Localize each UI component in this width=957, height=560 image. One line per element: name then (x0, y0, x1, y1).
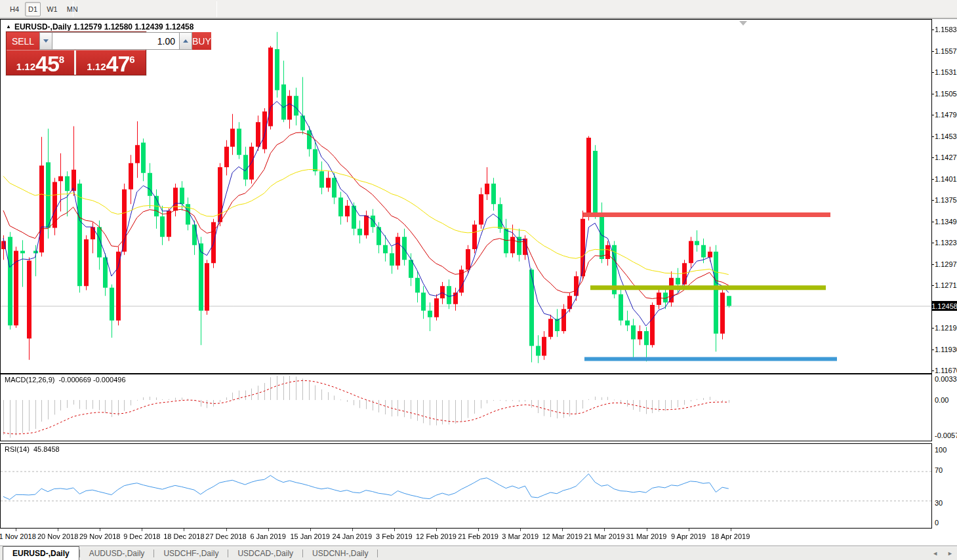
time-axis-label: 3 Feb 2019 (376, 532, 413, 540)
sell-button[interactable]: SELL (7, 32, 39, 50)
price-axis-tick (932, 179, 934, 180)
sell-price-button[interactable]: 1.12 45 8 (7, 50, 76, 75)
price-axis-tick (932, 243, 934, 243)
macd-axis-max: 0.003386 (935, 375, 957, 383)
price-axis-label: 1.13230 (935, 239, 957, 247)
chart-tab-usdchf[interactable]: USDCHF-,Daily (154, 546, 228, 560)
time-axis-tick (352, 529, 353, 531)
time-axis-tick (268, 529, 269, 531)
tab-scroll-left-icon[interactable]: ◄ (932, 550, 938, 557)
rsi-axis-100: 100 (935, 446, 947, 454)
buy-price-big: 47 (106, 55, 130, 73)
price-axis-tick (932, 115, 934, 115)
volume-input[interactable] (52, 32, 179, 50)
toolbar-separator (73, 1, 73, 17)
rsi-axis-0: 0 (935, 519, 939, 527)
rsi-axis-70: 70 (935, 466, 943, 474)
one-click-trade-widget: SELL BUY 1.12 45 8 1.12 47 (6, 31, 146, 75)
rsi-value: 45.8458 (33, 445, 60, 453)
volume-decrease-button[interactable] (39, 32, 52, 50)
price-axis-label: 1.13750 (935, 196, 957, 204)
price-axis-label: 1.15050 (935, 90, 957, 98)
price-axis-label: 1.14530 (935, 132, 957, 140)
time-axis-label: 9 Dec 2018 (123, 532, 160, 540)
collapse-ohlc-icon[interactable]: ▲ (6, 24, 11, 30)
chart-tab-eurusd[interactable]: EURUSD-,Daily (3, 546, 79, 560)
buy-price-prefix: 1.12 (87, 62, 106, 71)
rsi-indicator-panel: RSI(14) 45.8458 (0, 443, 932, 529)
chart-tab-bar: EURUSD-,DailyAUDUSD-,DailyUSDCHF-,DailyU… (0, 546, 957, 560)
time-axis-label: 21 Mar 2019 (584, 532, 625, 540)
chart-tab-usdcad[interactable]: USDCAD-,Daily (228, 546, 302, 560)
macd-axis-zero: 0.00 (935, 396, 948, 404)
time-axis-label: 29 Nov 2018 (79, 532, 120, 540)
price-axis-tick (932, 157, 934, 158)
time-axis-label: 11 Nov 2018 (0, 532, 36, 540)
price-axis-label: 1.11930 (935, 346, 957, 353)
time-axis-tick (184, 529, 184, 531)
time-axis-tick (436, 529, 437, 531)
buy-price-button[interactable]: 1.12 47 6 (76, 50, 146, 75)
time-axis-label: 3 Mar 2019 (502, 532, 539, 540)
time-axis-tick (310, 529, 311, 531)
chart-tab-audusd[interactable]: AUDUSD-,Daily (80, 546, 154, 560)
buy-button[interactable]: BUY (192, 32, 211, 50)
trading-terminal-window: H4D1W1MN ▲ EURUSD-,Daily 1.12579 1.12580… (0, 0, 957, 560)
time-axis-tick (689, 529, 689, 531)
price-axis-tick (932, 136, 934, 137)
timeframe-D1[interactable]: D1 (25, 2, 41, 16)
price-axis-tick (932, 350, 934, 350)
price-axis-label: 1.14010 (935, 175, 957, 183)
time-axis-label: 6 Jan 2019 (250, 532, 285, 540)
rsi-name: RSI(14) (5, 445, 30, 453)
timeframe-H4[interactable]: H4 (7, 2, 22, 16)
macd-values: -0.000669 -0.000496 (58, 376, 125, 384)
tab-scroll-right-icon[interactable]: ► (947, 550, 953, 557)
price-axis-tick (932, 370, 934, 371)
price-axis-tick (932, 72, 934, 73)
price-chart-panel: ▲ EURUSD-,Daily 1.12579 1.12580 1.12439 … (0, 19, 932, 374)
chart-tab-usdcnh[interactable]: USDCNH-,Daily (303, 546, 377, 560)
timeframe-toolbar: H4D1W1MN (0, 0, 957, 19)
time-axis-label: 21 Feb 2019 (458, 532, 499, 540)
rsi-axis-30: 30 (935, 499, 943, 507)
trade-prices-row: 1.12 45 8 1.12 47 6 (7, 50, 146, 75)
price-axis-tick (932, 94, 934, 94)
rsi-label: RSI(14) 45.8458 (5, 445, 60, 453)
price-axis-label: 1.11670 (935, 367, 957, 374)
time-axis-label: 27 Dec 2018 (205, 532, 246, 540)
tab-separator (377, 550, 378, 557)
time-axis-label: 31 Mar 2019 (626, 532, 667, 540)
current-price-badge: 1.12458 (932, 301, 957, 311)
macd-indicator-panel: MACD(12,26,9) -0.000669 -0.000496 (0, 374, 932, 441)
timeframe-button-group: H4D1W1MN (7, 2, 81, 16)
price-axis-label: 1.12970 (935, 260, 957, 268)
price-axis-label: 1.15310 (935, 68, 957, 76)
price-axis-label: 1.12710 (935, 281, 957, 289)
time-axis-label: 24 Jan 2019 (333, 532, 373, 540)
timeframe-W1[interactable]: W1 (43, 2, 61, 16)
macd-canvas[interactable] (1, 374, 931, 441)
price-axis-tick (932, 200, 934, 201)
price-axis-tick (932, 30, 934, 30)
price-axis-label: 1.15830 (935, 26, 957, 33)
volume-increase-button[interactable] (179, 32, 192, 50)
chevron-up-icon (183, 39, 188, 43)
rsi-canvas[interactable] (1, 444, 931, 528)
sell-price-sup: 8 (59, 54, 64, 64)
macd-axis-min: -0.00574 (935, 431, 957, 439)
time-axis-tick (100, 529, 100, 531)
sell-price-prefix: 1.12 (16, 62, 35, 71)
price-axis-label: 1.14790 (935, 111, 957, 119)
chart-shift-marker-icon[interactable] (739, 21, 747, 26)
buy-price-sup: 6 (129, 54, 134, 64)
chart-symbol-header: ▲ EURUSD-,Daily 1.12579 1.12580 1.12439 … (6, 22, 193, 31)
macd-name: MACD(12,26,9) (5, 376, 54, 384)
time-axis-tick (226, 529, 227, 531)
time-axis-tick (478, 529, 479, 531)
price-axis-label: 1.14270 (935, 153, 957, 161)
macd-label: MACD(12,26,9) -0.000669 -0.000496 (5, 376, 126, 384)
time-axis-label: 15 Jan 2019 (290, 532, 330, 540)
time-axis-tick (16, 529, 16, 531)
price-axis-label: 1.13490 (935, 218, 957, 226)
